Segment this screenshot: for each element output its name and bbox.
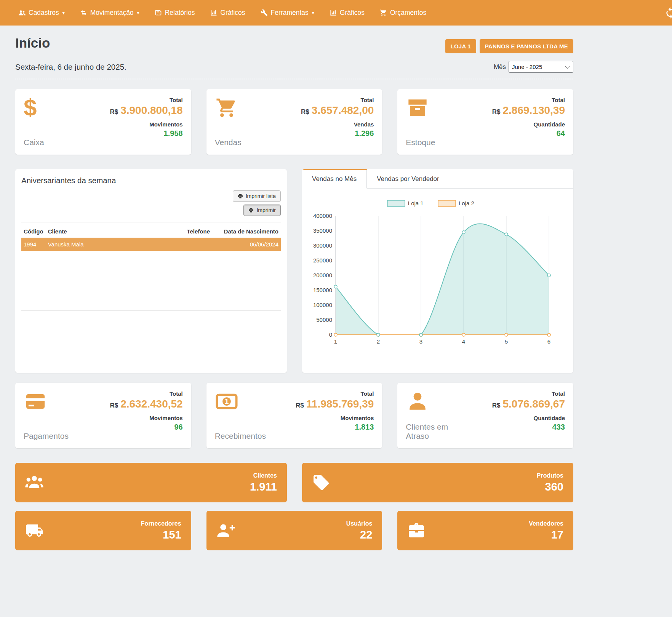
tile-value: 1.911	[250, 481, 277, 493]
total-value: 3.657.482,00	[312, 104, 374, 116]
svg-text:250000: 250000	[313, 257, 332, 264]
nav-label: Orçamentos	[390, 9, 426, 17]
nav-item-graficos-1[interactable]: Gráficos	[202, 0, 253, 26]
svg-text:2: 2	[377, 338, 380, 345]
svg-text:0: 0	[329, 331, 332, 338]
divider	[21, 310, 281, 311]
tile-produtos[interactable]: Produtos 360	[302, 463, 573, 502]
total-label: Total	[110, 97, 182, 103]
stat-card-caixa: $ Caixa Total R$3.900.800,18 Movimentos …	[15, 89, 191, 155]
cell-codigo: 1994	[21, 238, 46, 251]
month-label: Mês	[494, 63, 506, 71]
svg-text:1: 1	[334, 338, 337, 345]
nav-item-orcamentos[interactable]: Orçamentos	[372, 0, 434, 26]
banknote-icon: 1	[215, 390, 238, 412]
nav-item-relatorios[interactable]: Relatórios	[147, 0, 203, 26]
total-label: Total	[301, 97, 374, 103]
credit-card-icon	[24, 390, 47, 412]
total-value: 2.632.430,52	[120, 398, 183, 410]
nav-item-ferramentas[interactable]: Ferramentas ▾	[253, 0, 322, 26]
col-cliente: Cliente	[46, 224, 170, 238]
truck-icon	[25, 521, 43, 540]
card-title: Vendas	[215, 138, 242, 147]
currency-prefix: R$	[301, 108, 309, 115]
tile-value: 360	[537, 481, 563, 493]
stat-card-vendas: Vendas Total R$3.657.482,00 Vendas 1.296	[206, 89, 382, 155]
caret-down-icon: ▾	[62, 11, 65, 15]
count-label: Quantidade	[492, 121, 565, 128]
card-title: Estoque	[406, 138, 435, 147]
card-title: Recebimentos	[215, 432, 264, 441]
tab-vendas-por-vendedor[interactable]: Vendas por Vendedor	[367, 169, 449, 188]
count-label: Vendas	[301, 121, 374, 128]
svg-text:400000: 400000	[313, 213, 332, 219]
nav-label: Movimentação	[90, 9, 134, 17]
nav-item-graficos-2[interactable]: Gráficos	[322, 0, 372, 26]
wrench-icon	[261, 9, 268, 16]
tile-label: Produtos	[537, 472, 563, 479]
col-telefone: Telefone	[170, 224, 212, 238]
tile-label: Fornecedores	[141, 520, 181, 527]
nav-item-movimentacao[interactable]: Movimentação ▾	[72, 0, 147, 26]
tile-value: 151	[141, 529, 181, 541]
svg-text:50000: 50000	[316, 316, 332, 323]
total-value: 3.900.800,18	[120, 104, 183, 116]
card-title: Clientes em Atraso	[406, 422, 455, 441]
company-button[interactable]: PANNOS E PANNOS LTDA ME	[480, 39, 573, 53]
total-value: 2.869.130,39	[502, 104, 565, 116]
total-value: 11.985.769,39	[306, 398, 374, 410]
spacer	[21, 251, 281, 304]
count-label: Movimentos	[296, 415, 374, 421]
total-label: Total	[296, 390, 374, 397]
dollar-icon: $	[24, 97, 47, 119]
tile-clientes[interactable]: Clientes 1.911	[15, 463, 287, 502]
print-button[interactable]: Imprimir	[243, 205, 281, 216]
sync-icon[interactable]	[664, 7, 672, 19]
tile-label: Vendedores	[529, 520, 563, 527]
birthday-row[interactable]: 1994 Vanuska Maia 06/06/2024	[21, 238, 281, 251]
top-nav: Cadastros ▾ Movimentação ▾ Relatórios Gr…	[0, 0, 672, 26]
caret-down-icon: ▾	[312, 11, 314, 15]
count-label: Movimentos	[110, 121, 182, 128]
tile-value: 17	[529, 529, 563, 541]
tab-vendas-no-mes[interactable]: Vendas no Mês	[302, 169, 367, 189]
bar-chart-icon	[210, 9, 217, 16]
month-select[interactable]: June - 2025	[509, 61, 573, 73]
total-label: Total	[492, 390, 565, 397]
currency-prefix: R$	[110, 402, 118, 409]
tile-value: 22	[346, 529, 372, 541]
current-date: Sexta-feira, 6 de junho de 2025.	[15, 62, 126, 72]
cart-icon	[215, 97, 238, 119]
tile-vendedores[interactable]: Vendedores 17	[397, 511, 573, 550]
divider	[21, 222, 281, 222]
cell-cliente: Vanuska Maia	[46, 238, 170, 251]
cart-icon	[380, 9, 387, 16]
printer-icon	[238, 193, 243, 199]
nav-item-cadastros[interactable]: Cadastros ▾	[11, 0, 72, 26]
box-icon	[406, 97, 429, 119]
svg-text:1: 1	[224, 398, 229, 406]
svg-text:300000: 300000	[313, 242, 332, 249]
printer-icon	[248, 208, 254, 213]
newspaper-icon	[155, 9, 162, 16]
chart-tabs: Vendas no Mês Vendas por Vendedor	[302, 169, 573, 189]
birthdays-panel: Aniversariantes da semana Imprimir lista…	[15, 169, 287, 373]
tile-fornecedores[interactable]: Fornecedores 151	[15, 511, 191, 550]
print-label: Imprimir	[256, 207, 276, 213]
svg-text:Loja 2: Loja 2	[459, 200, 474, 206]
nav-label: Gráficos	[340, 9, 365, 17]
currency-prefix: R$	[492, 108, 501, 115]
stat-card-recebimentos: 1 Recebimentos Total R$11.985.769,39 Mov…	[206, 383, 382, 448]
cell-telefone	[170, 238, 212, 251]
users-icon	[18, 9, 26, 16]
count-label: Quantidade	[492, 415, 565, 421]
col-nascimento: Data de Nascimento	[212, 224, 281, 238]
store-button[interactable]: LOJA 1	[445, 39, 476, 53]
page-title: Início	[15, 35, 50, 51]
nav-label: Cadastros	[29, 9, 59, 17]
tile-usuarios[interactable]: Usuários 22	[206, 511, 382, 550]
print-list-button[interactable]: Imprimir lista	[233, 190, 281, 202]
nav-label: Gráficos	[220, 9, 245, 17]
svg-text:200000: 200000	[313, 272, 332, 278]
count-value: 96	[110, 423, 182, 432]
